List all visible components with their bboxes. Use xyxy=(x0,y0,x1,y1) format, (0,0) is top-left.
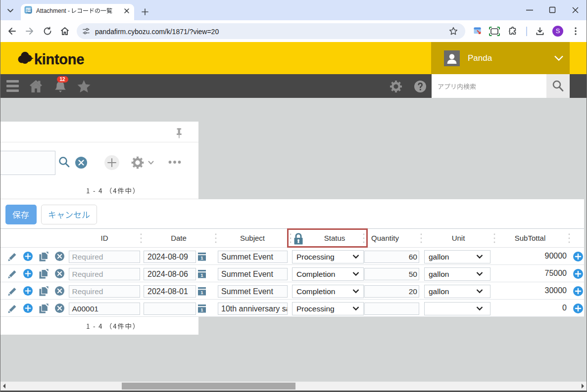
svg-text:1: 1 xyxy=(200,255,203,261)
svg-text:1: 1 xyxy=(200,307,203,312)
svg-text:1: 1 xyxy=(200,272,203,278)
svg-text:1: 1 xyxy=(200,290,203,295)
